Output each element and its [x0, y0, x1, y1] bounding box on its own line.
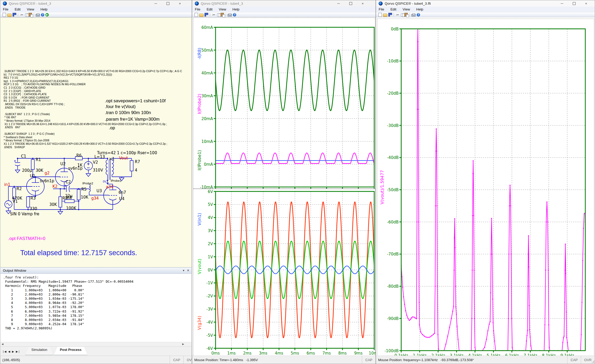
scroll-right-icon[interactable]: ▶	[182, 343, 184, 345]
new-file-icon[interactable]	[3, 13, 6, 17]
schematic-label: 0V	[103, 180, 106, 183]
tab-simulation[interactable]: Simulation	[25, 347, 53, 355]
print-icon[interactable]	[411, 14, 416, 17]
resistor-symbol[interactable]	[59, 197, 62, 207]
print-icon[interactable]	[228, 14, 232, 17]
copy-icon[interactable]	[25, 13, 28, 17]
schematic-label: g2	[45, 171, 50, 175]
menu-view[interactable]: View	[403, 7, 410, 11]
junction-dot	[32, 158, 33, 159]
print-icon[interactable]	[36, 14, 40, 17]
scroll-left-icon[interactable]: ◀	[2, 343, 3, 345]
copy-icon[interactable]	[217, 13, 220, 17]
menu-view[interactable]: View	[27, 7, 34, 11]
open-icon[interactable]	[7, 14, 12, 17]
menu-file[interactable]: File	[195, 7, 200, 11]
maximize-icon[interactable]	[345, 1, 357, 6]
app-icon	[195, 2, 199, 6]
menu-edit[interactable]: Edit	[15, 7, 20, 11]
x-tick-label: 9ms	[354, 351, 363, 356]
first-tab-icon[interactable]: ❘◀	[2, 350, 6, 353]
horizontal-scrollbar[interactable]: ◀ ▶	[1, 342, 191, 347]
output-window-header[interactable]: Output Window ▾✕	[1, 267, 191, 274]
save-icon[interactable]	[13, 13, 16, 17]
window-waveforms: Qorvo QSPICE® - tube4_3 × FileEditViewHe…	[192, 0, 376, 364]
wire	[106, 160, 108, 175]
minimize-icon[interactable]	[150, 1, 162, 6]
save-icon[interactable]	[388, 13, 392, 17]
menu-edit[interactable]: Edit	[390, 7, 396, 11]
save-icon[interactable]	[205, 13, 208, 17]
collapse-icon[interactable]: ▾	[183, 269, 184, 272]
prev-tab-icon[interactable]: ◀	[8, 350, 10, 353]
close-icon[interactable]: ×	[580, 1, 592, 6]
ovr-indicator: OV	[183, 356, 192, 364]
maximize-icon[interactable]	[162, 1, 174, 6]
app-icon	[379, 2, 383, 6]
help-icon[interactable]: ?	[41, 13, 44, 17]
y-tick-label: -40dB	[387, 155, 399, 160]
y-tick-label: 40mA	[201, 71, 213, 76]
menubar: FileEditViewHelp	[376, 7, 595, 12]
titlebar-fft[interactable]: Qorvo QSPICE® - tube4_3.fft ×	[376, 0, 595, 7]
wire	[89, 185, 90, 192]
next-tab-icon[interactable]: ▶	[12, 350, 14, 353]
minimize-icon[interactable]	[556, 1, 568, 6]
paste-icon[interactable]	[29, 13, 32, 17]
menu-edit[interactable]: Edit	[207, 7, 212, 11]
maximize-icon[interactable]	[568, 1, 580, 6]
titlebar-waveforms[interactable]: Qorvo QSPICE® - tube4_3 ×	[192, 0, 376, 7]
wire	[112, 160, 114, 175]
menu-file[interactable]: File	[379, 7, 384, 11]
schematic-label: 310V	[93, 168, 103, 173]
waveform-charts[interactable]: 60mA50mA40mA30mA20mA10mA0mA-10mA6V5V4V3V…	[192, 17, 376, 356]
fft-chart[interactable]: 0dB-10dB-20dB-30dB-40dB-50dB-60dB-70dB-8…	[376, 18, 595, 357]
window-fft: Qorvo QSPICE® - tube4_3.fft × FileEditVi…	[376, 0, 595, 364]
close-icon[interactable]: ×	[357, 1, 369, 6]
help-icon[interactable]: ?	[417, 13, 420, 17]
junction-dot	[78, 209, 79, 210]
resistor-symbol[interactable]	[26, 197, 30, 207]
run-icon[interactable]: ▶	[45, 13, 49, 17]
resistor-symbol[interactable]	[130, 160, 133, 171]
output-window-text[interactable]: .four fre v(vout): Fundamental: RMS Magn…	[1, 274, 191, 342]
schematic-canvas[interactable]: .SUBCKT TRIODE 1 2 3 MU=29.30 EX=1.332 K…	[1, 17, 191, 267]
schematic-drawing[interactable]: ++C1200µR130Kg2U1sv6n1pU2sv6n1pR61KV2310…	[1, 18, 191, 267]
junction-dot	[60, 209, 61, 210]
waveform-plot-area[interactable]: 60mA50mA40mA30mA20mA10mA0mA-10mA6V5V4V3V…	[192, 17, 375, 356]
resize-grip[interactable]	[592, 361, 594, 363]
paste-icon[interactable]	[221, 13, 224, 17]
menu-help[interactable]: Help	[416, 7, 423, 11]
minimize-icon[interactable]	[333, 1, 345, 6]
fft-plot-area[interactable]: 0dB-10dB-20dB-30dB-40dB-50dB-60dB-70dB-8…	[376, 18, 594, 357]
open-icon[interactable]	[383, 14, 387, 17]
menu-file[interactable]: File	[3, 7, 8, 11]
cut-icon[interactable]: ✂	[212, 13, 216, 17]
menubar: FileEditViewHelp	[0, 7, 192, 12]
y-tick-label: -1V	[206, 281, 213, 285]
paste-icon[interactable]	[404, 13, 408, 17]
caps-indicator: CAP	[362, 356, 376, 364]
wire	[32, 190, 39, 191]
x-tick-label: 10ms	[369, 351, 376, 356]
close-icon[interactable]: ×	[174, 1, 186, 6]
menu-help[interactable]: Help	[40, 7, 47, 11]
open-icon[interactable]	[199, 14, 203, 17]
help-icon[interactable]: ?	[233, 13, 236, 17]
schematic-label: 6n7	[119, 190, 126, 195]
new-file-icon[interactable]	[195, 13, 198, 17]
tab-nav-buttons[interactable]: ❘◀ ◀ ▶ ▶❘	[1, 347, 22, 356]
close-output-icon[interactable]: ✕	[187, 269, 189, 272]
menu-view[interactable]: View	[219, 7, 226, 11]
cut-icon[interactable]: ✂	[395, 13, 400, 17]
menu-help[interactable]: Help	[232, 7, 239, 11]
y-tick-label: 0dB	[391, 27, 399, 31]
titlebar-schematic[interactable]: Qorvo QSPICE® - tube4_3 ×	[0, 0, 192, 7]
schematic-label: sv6n1p	[40, 179, 54, 183]
last-tab-icon[interactable]: ▶❘	[16, 350, 20, 353]
copy-icon[interactable]	[401, 13, 404, 17]
cut-icon[interactable]: ✂	[20, 13, 24, 17]
resistor-symbol[interactable]	[77, 189, 80, 200]
tab-post-process[interactable]: Post Process	[54, 347, 87, 355]
new-file-icon[interactable]	[378, 13, 382, 17]
